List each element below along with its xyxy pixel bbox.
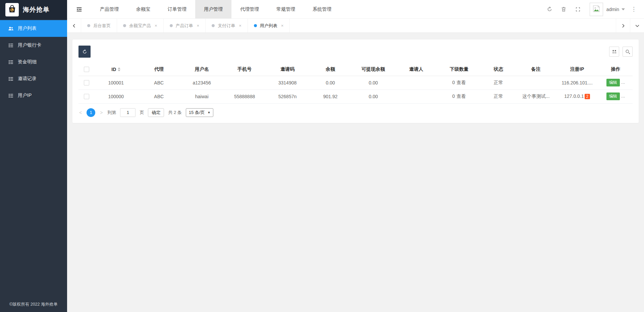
list-icon — [8, 43, 14, 48]
table-refresh-button[interactable] — [78, 46, 91, 58]
tab-bar: 后台首页余额宝产品×产品订单×支付订单×用户列表× — [67, 19, 644, 33]
top-nav-item-余额宝[interactable]: 余额宝 — [127, 0, 159, 18]
cell-inviter — [395, 89, 438, 103]
sort-icon[interactable] — [118, 67, 120, 71]
more-actions-link[interactable]: ... — [621, 93, 625, 99]
row-checkbox[interactable] — [84, 94, 89, 99]
tab-用户列表[interactable]: 用户列表× — [248, 19, 290, 33]
cell-id: 100000 — [95, 89, 137, 103]
prev-page-icon[interactable]: < — [78, 110, 83, 115]
user-menu[interactable]: admin — [606, 7, 625, 12]
sidebar-toggle-icon[interactable] — [67, 0, 91, 18]
more-menu-icon[interactable]: ⋮ — [625, 6, 639, 13]
more-actions-link[interactable]: ... — [621, 79, 625, 85]
sidebar-item-用户IP[interactable]: 用户IP — [0, 87, 67, 104]
users-icon — [8, 26, 14, 32]
tab-支付订单[interactable]: 支付订单× — [206, 19, 248, 33]
view-subordinates-link[interactable]: 查看 — [457, 93, 466, 99]
tab-status-dot-icon — [254, 24, 257, 27]
list-icon — [8, 59, 14, 65]
sidebar-item-label: 用户列表 — [18, 25, 37, 32]
cell-register-ip: 116.206.101.... — [555, 76, 599, 89]
tab-产品订单[interactable]: 产品订单× — [164, 19, 206, 33]
column-header-状态[interactable]: 状态 — [481, 63, 517, 76]
sidebar-item-用户列表[interactable]: 用户列表 — [0, 20, 67, 37]
page-number-active[interactable]: 1 — [87, 108, 95, 117]
close-icon[interactable]: × — [239, 23, 241, 28]
column-settings-button[interactable] — [609, 47, 619, 57]
table-row: 100001ABCa12345633149080.000.000查看正常116.… — [78, 76, 633, 89]
tab-status-dot-icon — [87, 24, 90, 27]
app-title: 海外抢单 — [23, 5, 50, 14]
tab-后台首页[interactable]: 后台首页 — [81, 19, 117, 33]
trash-icon[interactable] — [557, 0, 571, 19]
column-header-代理[interactable]: 代理 — [137, 63, 180, 76]
logo-area: 海外抢单 — [0, 0, 67, 19]
top-nav-item-产品管理[interactable]: 产品管理 — [91, 0, 127, 18]
edit-button[interactable]: 编辑 — [606, 92, 620, 100]
column-header-下级数量[interactable]: 下级数量 — [438, 63, 481, 76]
column-header-可提现余额[interactable]: 可提现余额 — [352, 63, 395, 76]
close-icon[interactable]: × — [197, 23, 200, 28]
sidebar-item-用户银行卡[interactable]: 用户银行卡 — [0, 37, 67, 54]
column-header-余额[interactable]: 余额 — [309, 63, 352, 76]
top-nav-item-订单管理[interactable]: 订单管理 — [159, 0, 195, 18]
tabs-scroll-right-icon[interactable] — [616, 19, 630, 33]
column-header-操作[interactable]: 操作 — [599, 63, 633, 76]
refresh-icon[interactable] — [543, 0, 557, 19]
top-nav-item-代理管理[interactable]: 代理管理 — [231, 0, 268, 18]
tabs-container: 后台首页余额宝产品×产品订单×支付订单×用户列表× — [81, 19, 616, 33]
column-header-手机号[interactable]: 手机号 — [223, 63, 266, 76]
chevron-down-icon — [622, 8, 625, 10]
sidebar-item-label: 资金明细 — [18, 59, 37, 65]
sidebar-item-label: 邀请记录 — [18, 76, 37, 82]
edit-button[interactable]: 编辑 — [606, 79, 620, 86]
cell-invite-code: 526857n — [266, 89, 309, 103]
close-icon[interactable]: × — [155, 23, 157, 28]
column-header-邀请人[interactable]: 邀请人 — [395, 63, 438, 76]
cell-register-ip: 127.0.0.12 — [555, 89, 599, 103]
username-label: admin — [606, 7, 619, 12]
column-header-ID[interactable]: ID — [95, 63, 137, 76]
confirm-button[interactable]: 确定 — [148, 108, 164, 117]
navbar-right: admin ⋮ — [543, 0, 644, 18]
top-nav-item-用户管理[interactable]: 用户管理 — [195, 0, 231, 18]
tabs-scroll-left-icon[interactable] — [67, 19, 81, 33]
table-row: 100000ABChaiwai55888888526857n901.920.00… — [78, 89, 633, 103]
top-nav-item-系统管理[interactable]: 系统管理 — [304, 0, 340, 18]
sidebar-item-label: 用户IP — [18, 92, 32, 99]
sidebar-item-资金明细[interactable]: 资金明细 — [0, 54, 67, 70]
cell-remark: 这个事测试... — [516, 89, 555, 103]
goto-page-input[interactable] — [120, 108, 136, 117]
top-nav-item-常规管理[interactable]: 常规管理 — [268, 0, 304, 18]
cell-withdrawable: 0.00 — [352, 89, 395, 103]
users-table: ID代理用户名手机号邀请码余额可提现余额邀请人下级数量状态备注注册IP操作 10… — [78, 63, 633, 104]
next-page-icon[interactable]: > — [99, 110, 103, 115]
search-icon[interactable] — [623, 47, 633, 57]
user-list-card: ID代理用户名手机号邀请码余额可提现余额邀请人下级数量状态备注注册IP操作 10… — [72, 40, 639, 123]
subordinate-count: 0 — [452, 80, 455, 85]
row-checkbox[interactable] — [84, 80, 89, 85]
select-all-checkbox[interactable] — [84, 67, 89, 72]
fullscreen-icon[interactable] — [571, 0, 585, 19]
page-size-select[interactable]: 15 条/页 ▼ — [186, 108, 214, 117]
view-subordinates-link[interactable]: 查看 — [457, 80, 466, 85]
column-header-邀请码[interactable]: 邀请码 — [266, 63, 309, 76]
column-header-注册IP[interactable]: 注册IP — [555, 63, 599, 76]
ip-count-badge[interactable]: 2 — [585, 94, 590, 99]
top-nav-items: 产品管理余额宝订单管理用户管理代理管理常规管理系统管理 — [91, 0, 340, 18]
sidebar-item-邀请记录[interactable]: 邀请记录 — [0, 70, 67, 87]
close-icon[interactable]: × — [281, 23, 284, 28]
tab-余额宝产品[interactable]: 余额宝产品× — [117, 19, 164, 33]
tab-status-dot-icon — [212, 24, 215, 27]
main-area: 产品管理余额宝订单管理用户管理代理管理常规管理系统管理 — [67, 0, 644, 312]
page-size-value: 15 条/页 — [189, 110, 205, 116]
column-header-备注[interactable]: 备注 — [516, 63, 555, 76]
cell-invite-code: 3314908 — [266, 76, 309, 89]
goto-label: 到第 — [107, 110, 116, 116]
cell-subordinates: 0查看 — [438, 76, 481, 89]
column-header-用户名[interactable]: 用户名 — [180, 63, 223, 76]
register-ip-value: 116.206.101.... — [562, 80, 593, 85]
avatar[interactable] — [590, 3, 603, 16]
tabs-menu-chevron-down-icon[interactable] — [630, 19, 644, 33]
